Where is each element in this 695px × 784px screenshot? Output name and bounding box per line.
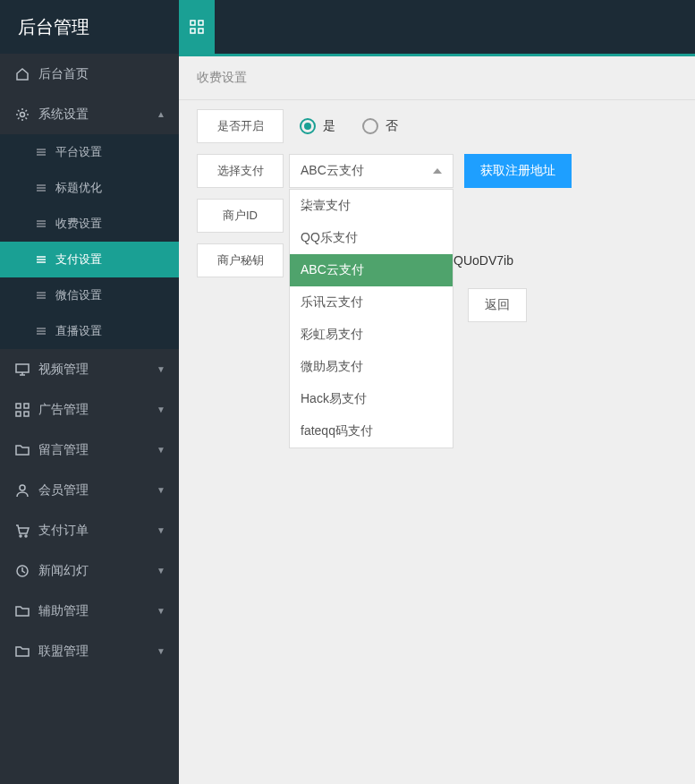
header: 后台管理 [0,0,695,54]
payment-option-5[interactable]: 微助易支付 [290,351,453,383]
nav-label: 后台首页 [38,66,165,82]
nav-label: 视频管理 [38,362,157,378]
nav-item-6[interactable]: 支付订单▼ [0,510,179,550]
page-title: 收费设置 [179,56,695,100]
nav-label: 支付订单 [38,523,157,539]
svg-rect-27 [24,412,29,416]
payment-select[interactable]: ABC云支付 柒壹支付QQ乐支付ABC云支付乐讯云支付彩虹易支付微助易支付Hac… [289,154,453,188]
nav-item-8[interactable]: 辅助管理▼ [0,591,179,631]
svg-point-4 [21,112,25,116]
chevron-down-icon: ▼ [157,525,165,535]
label-merchant-id: 商户ID [197,199,284,233]
payment-option-4[interactable]: 彩虹易支付 [290,319,453,351]
nav-sub-item-1[interactable]: 标题优化 [0,170,179,206]
nav-item-5[interactable]: 会员管理▼ [0,470,179,510]
chevron-down-icon: ▼ [157,364,165,374]
svg-rect-1 [199,21,203,25]
register-button[interactable]: 获取注册地址 [464,154,572,188]
payment-option-0[interactable]: 柒壹支付 [290,190,453,222]
nav-sub-label: 标题优化 [55,180,102,196]
folder-icon [13,604,31,618]
label-enable: 是否开启 [197,109,284,143]
svg-rect-24 [16,404,21,408]
radio-no-label: 否 [386,118,398,134]
svg-rect-25 [24,404,29,408]
chevron-down-icon: ▼ [157,445,165,455]
grid-icon [13,403,31,417]
nav-item-0[interactable]: 后台首页 [0,54,179,94]
radio-circle-icon [300,118,316,134]
radio-circle-icon [362,118,378,134]
nav-sub-item-5[interactable]: 直播设置 [0,313,179,349]
nav-item-7[interactable]: 新闻幻灯▼ [0,550,179,591]
radio-yes-label: 是 [323,118,335,134]
back-button[interactable]: 返回 [468,288,527,322]
nav-sub-item-2[interactable]: 收费设置 [0,206,179,242]
payment-option-7[interactable]: fateqq码支付 [290,415,453,447]
sidebar: 后台首页系统设置▲平台设置标题优化收费设置支付设置微信设置直播设置视频管理▼广告… [0,54,179,784]
label-merchant-key: 商户秘钥 [197,243,284,277]
payment-dropdown: 柒壹支付QQ乐支付ABC云支付乐讯云支付彩虹易支付微助易支付Hack易支付fat… [289,189,453,448]
merchant-key-value: QUoDV7ib [453,243,513,277]
svg-rect-3 [199,29,203,33]
svg-point-28 [20,485,25,490]
nav-label: 留言管理 [38,442,157,458]
list-icon [34,183,48,193]
user-icon [13,483,31,498]
app-title: 后台管理 [0,0,179,54]
payment-option-2[interactable]: ABC云支付 [290,254,453,286]
chevron-down-icon: ▼ [157,485,165,495]
chevron-up-icon: ▲ [157,109,165,119]
nav-sub-item-4[interactable]: 微信设置 [0,277,179,313]
list-icon [34,147,48,158]
nav-label: 辅助管理 [38,603,157,619]
payment-option-1[interactable]: QQ乐支付 [290,222,453,254]
radio-no[interactable]: 否 [362,118,398,134]
list-icon [34,218,48,229]
nav-sub-label: 平台设置 [55,144,102,160]
nav-item-2[interactable]: 视频管理▼ [0,349,179,389]
chevron-down-icon: ▼ [157,646,165,656]
svg-point-29 [20,535,21,537]
nav-sub-label: 直播设置 [55,323,102,339]
monitor-icon [13,362,31,377]
svg-rect-23 [16,364,29,372]
nav-label: 联盟管理 [38,643,157,660]
home-icon [13,67,31,81]
payment-select-value: ABC云支付 [301,163,433,179]
grid-icon [190,20,204,34]
chevron-down-icon: ▼ [157,405,165,414]
list-icon [34,254,48,265]
chevron-down-icon: ▼ [157,606,165,616]
radio-yes[interactable]: 是 [300,118,335,134]
list-icon [34,290,48,301]
chevron-down-icon: ▼ [157,566,165,575]
svg-rect-0 [191,21,195,25]
nav-label: 广告管理 [38,402,157,418]
nav-item-4[interactable]: 留言管理▼ [0,430,179,470]
payment-option-3[interactable]: 乐讯云支付 [290,286,453,319]
nav-item-1[interactable]: 系统设置▲ [0,94,179,134]
nav-sub-item-3[interactable]: 支付设置 [0,242,179,277]
dashboard-toggle-button[interactable] [179,0,215,54]
form-area: 是否开启 是 否 选择支付 ABC云支付 [179,100,695,351]
nav-item-3[interactable]: 广告管理▼ [0,389,179,430]
row-payment: 选择支付 ABC云支付 柒壹支付QQ乐支付ABC云支付乐讯云支付彩虹易支付微助易… [197,154,677,188]
svg-rect-2 [191,29,195,33]
label-payment: 选择支付 [197,154,284,188]
payment-option-6[interactable]: Hack易支付 [290,383,453,415]
folder-icon [13,644,31,659]
enable-radio-group: 是 否 [300,118,398,134]
gear-icon [13,107,31,122]
nav-sub-label: 微信设置 [55,287,102,303]
main-content: 收费设置 是否开启 是 否 选择支付 [179,54,695,784]
clock-icon [13,564,31,578]
nav-sub-item-0[interactable]: 平台设置 [0,134,179,170]
svg-point-30 [25,535,27,537]
nav-sub-label: 支付设置 [55,251,102,268]
nav-item-9[interactable]: 联盟管理▼ [0,631,179,671]
nav-submenu: 平台设置标题优化收费设置支付设置微信设置直播设置 [0,134,179,349]
row-enable: 是否开启 是 否 [197,109,677,143]
nav-label: 系统设置 [38,107,157,123]
svg-rect-26 [16,412,21,416]
